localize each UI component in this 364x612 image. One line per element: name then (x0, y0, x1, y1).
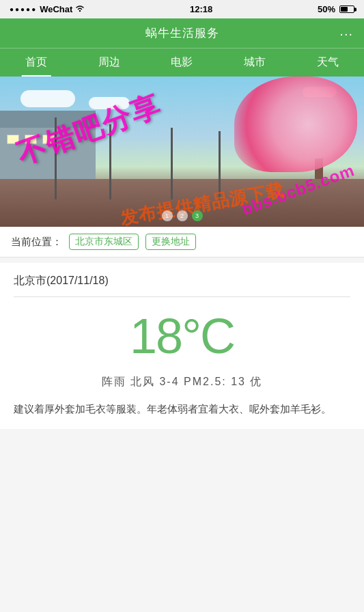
location-change-button[interactable]: 更换地址 (145, 234, 196, 250)
weather-section: 北京市(2017/11/18) 18°C 阵雨 北风 3-4 PM2.5: 13… (0, 263, 364, 429)
cloud-1 (20, 90, 75, 107)
pole (171, 128, 173, 199)
banner: 不错吧分享 bbs.bcb5.com 发布提供精品源下载 1 2 3 (0, 76, 364, 227)
carousel-dot-2[interactable]: 2 (177, 210, 188, 221)
more-button[interactable]: ··· (339, 27, 353, 40)
svg-point-0 (79, 10, 81, 12)
carrier-name: WeChat (40, 4, 72, 14)
carousel-dot-1[interactable]: 1 (162, 210, 173, 221)
location-bar: 当前位置： 北京市东城区 更换地址 (0, 227, 364, 258)
tab-city[interactable]: 城市 (219, 48, 292, 76)
tab-movie[interactable]: 电影 (145, 48, 219, 76)
tab-home[interactable]: 首页 (0, 48, 73, 76)
nav-tabs: 首页 周边 电影 城市 天气 (0, 48, 364, 76)
app-title: 蜗牛生活服务 (145, 25, 219, 41)
cherry-blossoms (234, 76, 357, 172)
weather-advice: 建议着厚外套加毛衣等服装。年老体弱者宜着大衣、呢外套加羊毛衫。 (14, 400, 350, 418)
weather-city-date: 北京市(2017/11/18) (14, 274, 350, 297)
tab-weather[interactable]: 天气 (291, 48, 364, 76)
carousel-dot-3[interactable]: 3 (192, 210, 203, 221)
clock: 12:18 (190, 4, 212, 14)
weather-details: 阵雨 北风 3-4 PM2.5: 13 优 (14, 375, 350, 389)
signal-dots: ●●●●● (10, 5, 37, 13)
app-header: 蜗牛生活服务 ··· (0, 18, 364, 48)
banner-image: 不错吧分享 bbs.bcb5.com 发布提供精品源下载 (0, 76, 364, 227)
wifi-icon (75, 4, 85, 14)
carousel-dots: 1 2 3 (162, 210, 203, 221)
battery-percent: 50% (318, 4, 335, 14)
status-right: 50% (318, 4, 354, 14)
status-left: ●●●●● WeChat (10, 4, 85, 14)
battery-icon (339, 5, 354, 13)
status-bar: ●●●●● WeChat 12:18 50% (0, 0, 364, 18)
tab-nearby[interactable]: 周边 (73, 48, 146, 76)
weather-temperature: 18°C (14, 308, 350, 364)
location-label: 当前位置： (11, 236, 62, 249)
location-city-tag[interactable]: 北京市东城区 (69, 234, 139, 250)
